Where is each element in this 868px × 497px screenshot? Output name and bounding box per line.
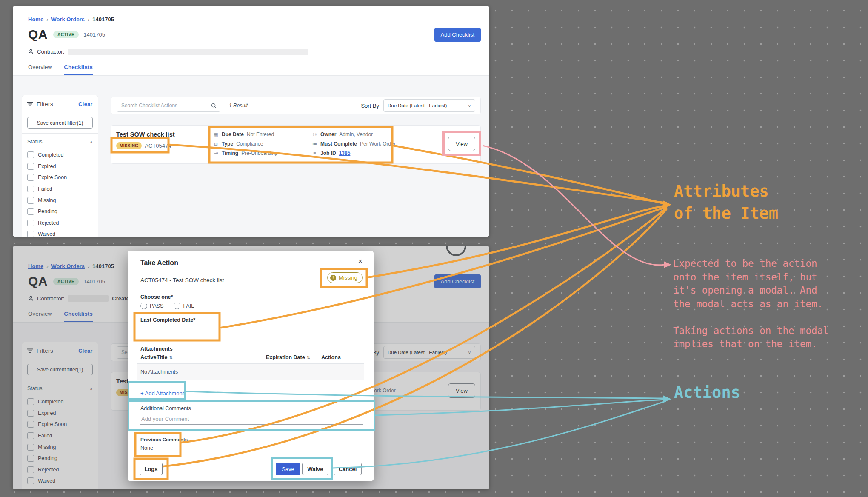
- cancel-button[interactable]: Cancel: [334, 463, 362, 475]
- modal-status-text: Missing: [339, 274, 357, 281]
- column-actions: Actions: [321, 354, 341, 360]
- annotation-note-line: [673, 311, 829, 324]
- status-filter-header[interactable]: Status ∧: [22, 134, 98, 147]
- checklists-content: Filters Clear Save current filter(1) Sta…: [13, 76, 489, 237]
- status-badge: ACTIVE: [53, 31, 79, 38]
- logs-button[interactable]: Logs: [140, 463, 163, 475]
- modal-footer: Logs Save Waive Cancel: [128, 457, 374, 481]
- status-filter-completed[interactable]: Completed: [27, 149, 93, 161]
- checkbox-label: Pending: [38, 209, 57, 214]
- add-checklist-button[interactable]: Add Checklist: [434, 28, 481, 42]
- item-status-badge: MISSING: [116, 142, 142, 149]
- annotation-board: Home › Work Orders › 1401705 QA ACTIVE 1…: [0, 0, 868, 497]
- attribute-value-link[interactable]: 1385: [339, 150, 351, 156]
- checklist-item-title: Test SOW check list: [116, 131, 175, 138]
- alert-icon: !: [330, 275, 336, 281]
- search-box: [117, 100, 220, 112]
- save-button[interactable]: Save: [276, 463, 300, 475]
- breadcrumb: Home › Work Orders › 1401705: [28, 16, 114, 23]
- filters-clear-link[interactable]: Clear: [78, 101, 93, 107]
- check-list-icon: ≔: [312, 141, 317, 147]
- tab-overview[interactable]: Overview: [28, 64, 52, 75]
- annotation-note-line: it's opening a modal. And: [673, 284, 829, 297]
- choose-one-label: Choose one*: [140, 294, 173, 300]
- title-row: QA ACTIVE 1401705 Add Checklist: [28, 26, 481, 43]
- status-filter-pending[interactable]: Pending: [27, 206, 93, 217]
- checkbox-label: Missing: [38, 197, 56, 203]
- attribute-value: Pre-Onboarding: [241, 150, 277, 156]
- sort-icon: ⇅: [169, 355, 172, 360]
- annotation-attributes-label: Attributesof the Item: [674, 180, 778, 225]
- tab-bar: Overview Checklists: [28, 64, 93, 75]
- last-completed-date-label: Last Completed Date*: [140, 317, 195, 323]
- annotation-actions-label: Actions: [674, 383, 740, 402]
- search-input[interactable]: [120, 102, 208, 109]
- contractor-row: Contractor: Created: [28, 49, 308, 55]
- tab-checklists[interactable]: Checklists: [64, 64, 93, 75]
- status-filter-missing[interactable]: Missing: [27, 194, 93, 206]
- previous-comments-value: None: [140, 445, 153, 451]
- status-filter-expired[interactable]: Expired: [27, 161, 93, 172]
- sort-by-value: Due Date (Latest - Earliest): [388, 103, 447, 108]
- item-attribute-type: ⊞TypeCompliance: [213, 139, 312, 149]
- checkbox-label: Expire Soon: [38, 174, 67, 180]
- sort-icon: ⇅: [307, 355, 310, 360]
- view-button[interactable]: View: [448, 137, 475, 151]
- page-title: QA: [28, 27, 48, 42]
- search-icon: [211, 103, 217, 109]
- checklist-item-card: Test SOW check list MISSING ACT05474 ▦Du…: [111, 125, 481, 164]
- radio-circle-icon: [140, 303, 147, 309]
- take-action-modal: Take Action × ACT05474 - Test SOW check …: [128, 251, 374, 481]
- last-completed-date-input[interactable]: [140, 325, 217, 335]
- status-filter-rejected[interactable]: Rejected: [27, 217, 93, 229]
- annotation-note-line: Expected to be the action: [673, 257, 829, 271]
- item-attribute-due-date: ▦Due DateNot Entered: [213, 130, 312, 139]
- checkbox-icon: [27, 174, 34, 181]
- filters-title: Filters: [37, 101, 53, 107]
- save-current-filter-button[interactable]: Save current filter(1): [27, 117, 93, 129]
- column-expiration-date[interactable]: Expiration Date⇅: [266, 354, 321, 360]
- item-attribute-must-complete: ≔Must CompletePer Work Order: [312, 139, 396, 149]
- chevron-up-icon: ∧: [90, 140, 93, 144]
- breadcrumb-home[interactable]: Home: [28, 16, 43, 23]
- calendar-icon: ▦: [213, 132, 219, 137]
- annotation-expected-note: Expected to be the actiononto the item i…: [673, 257, 829, 351]
- status-filter-failed[interactable]: Failed: [27, 183, 93, 195]
- filters-panel: Filters Clear Save current filter(1) Sta…: [22, 95, 98, 237]
- sort-by-select[interactable]: Due Date (Latest - Earliest) ∨: [383, 99, 475, 112]
- add-attachment-link[interactable]: + Add Attachment: [140, 390, 184, 397]
- close-icon[interactable]: ×: [358, 257, 363, 266]
- column-title[interactable]: Title⇅: [157, 354, 266, 360]
- attribute-label: Job ID: [320, 150, 336, 156]
- status-filter-waived[interactable]: Waived: [27, 229, 93, 237]
- contractor-label: Contractor:: [37, 49, 64, 55]
- attachments-table-header: Active Title⇅ Expiration Date⇅ Actions: [140, 354, 361, 360]
- grid-icon: ⊞: [213, 141, 219, 147]
- status-filter-expire-soon[interactable]: Expire Soon: [27, 172, 93, 183]
- breadcrumb-separator: ›: [88, 16, 89, 23]
- breadcrumb-work-orders[interactable]: Work Orders: [51, 16, 85, 23]
- waive-button[interactable]: Waive: [302, 463, 328, 475]
- checkbox-icon: [27, 208, 34, 215]
- modal-status-badge: ! Missing: [327, 272, 363, 283]
- checkbox-icon: [27, 186, 34, 192]
- radio-fail[interactable]: FAIL: [174, 303, 194, 309]
- person-icon: [28, 49, 34, 54]
- status-filter-label: Status: [27, 139, 42, 145]
- annotation-note-line: implies that on the item.: [673, 337, 829, 351]
- checkbox-icon: [27, 151, 34, 158]
- additional-comments-label: Additional Comments: [140, 406, 191, 411]
- work-order-number: 1401705: [83, 31, 105, 38]
- attachments-title: Attachments: [140, 346, 173, 352]
- checkbox-label: Expired: [38, 163, 56, 169]
- radio-pass-label: PASS: [150, 303, 163, 309]
- checkbox-icon: [27, 231, 34, 237]
- checkbox-label: Failed: [38, 186, 52, 192]
- radio-pass[interactable]: PASS: [140, 303, 163, 309]
- radio-circle-icon: [174, 303, 180, 309]
- annotation-note-line: Taking actions on the modal: [673, 324, 829, 338]
- column-active: Active: [140, 354, 157, 360]
- no-attachments-row: No Attachments: [137, 363, 364, 380]
- previous-comments-label: Previous Comments: [140, 437, 188, 442]
- additional-comments-input[interactable]: [140, 413, 363, 425]
